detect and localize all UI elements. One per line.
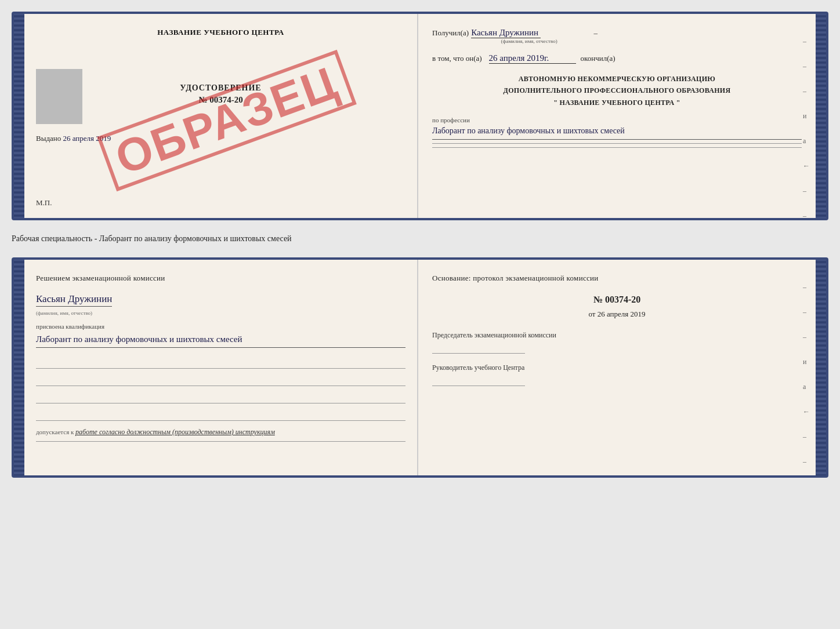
top-cert-left-page: НАЗВАНИЕ УЧЕБНОГО ЦЕНТРА УДОСТОВЕРЕНИЕ №…	[24, 14, 418, 218]
vydano-label: Выдано	[36, 134, 61, 143]
specialty-label: Рабочая специальность - Лаборант по анал…	[12, 231, 828, 247]
predsedatel-label: Председатель экзаменационной комиссии	[432, 330, 802, 340]
vydano-line: Выдано 26 апреля 2019	[36, 134, 405, 143]
profession-block: по профессии Лаборант по анализу формово…	[432, 117, 802, 147]
top-cert-title: НАЗВАНИЕ УЧЕБНОГО ЦЕНТРА	[36, 28, 405, 37]
rukovoditel-sig-line	[432, 386, 525, 386]
profession-text: Лаборант по анализу формовочных и шихтов…	[432, 125, 802, 139]
ot-label: от	[588, 310, 595, 318]
predsedatel-sig-line	[432, 353, 525, 354]
kvalf-text: Лаборант по анализу формовочных и шихтов…	[36, 332, 405, 348]
lower-certificate-book: Решением экзаменационной комиссии Касьян…	[12, 257, 828, 478]
protocol-date-value: 26 апреля 2019	[598, 310, 646, 318]
page-wrapper: НАЗВАНИЕ УЧЕБНОГО ЦЕНТРА УДОСТОВЕРЕНИЕ №…	[12, 12, 828, 478]
mp-label: М.П.	[36, 198, 52, 208]
lower-spine-left	[14, 260, 24, 475]
po-professii-label: по профессии	[432, 117, 802, 123]
prisvoena-label: присвоена квалификация	[36, 323, 405, 330]
osnov-title: Основание: протокол экзаменационной коми…	[432, 274, 802, 283]
completion-date: 26 апреля 2019г.	[489, 53, 576, 64]
spine-right	[816, 14, 826, 218]
org-line3: " НАЗВАНИЕ УЧЕБНОГО ЦЕНТРА "	[432, 97, 802, 108]
okonchil-label: окончил(а)	[581, 54, 615, 63]
lower-left-page: Решением экзаменационной комиссии Касьян…	[24, 260, 418, 475]
predsedatel-block: Председатель экзаменационной комиссии	[432, 330, 802, 354]
blank-line-2	[36, 373, 405, 386]
vtom-line: в том, что он(а) 26 апреля 2019г. окончи…	[432, 53, 802, 64]
dopusk-label-text: допускается к	[36, 428, 74, 435]
resheniem-title: Решением экзаменационной комиссии	[36, 274, 405, 283]
protocol-date: от 26 апреля 2019	[432, 310, 802, 319]
udostoverenie-block: УДОСТОВЕРЕНИЕ № 00374-20	[36, 83, 405, 105]
right-dashes: – – – и а ← – – –	[803, 37, 810, 220]
recipient-name: Касьян Дружинин	[471, 28, 541, 38]
blank-line-3	[36, 391, 405, 403]
org-block: АВТОНОМНУЮ НЕКОММЕРЧЕСКУЮ ОРГАНИЗАЦИЮ ДО…	[432, 73, 802, 108]
top-cert-right-page: Получил(a) Касьян Дружинин (фамилия, имя…	[418, 14, 816, 218]
vtom-label: в том, что он(а)	[432, 54, 482, 63]
lower-right-dashes: – – – и а ← – –	[803, 283, 810, 466]
udost-label: УДОСТОВЕРЕНИЕ	[36, 83, 405, 93]
lower-recipient-name: Касьян Дружинин	[36, 293, 112, 307]
lower-spine-right	[816, 260, 826, 475]
photo-placeholder	[36, 69, 82, 124]
vydano-date: 26 апреля 2019	[63, 134, 111, 143]
rukovoditel-block: Руководитель учебного Центра	[432, 363, 802, 386]
org-line2: ДОПОЛНИТЕЛЬНОГО ПРОФЕССИОНАЛЬНОГО ОБРАЗО…	[432, 85, 802, 96]
protocol-number: № 00374-20	[432, 294, 802, 305]
blank-line-1	[36, 356, 405, 369]
dopusk-text: работе согласно должностным (производств…	[75, 428, 275, 436]
lower-name-subtext: (фамилия, имя, отчество)	[36, 310, 405, 316]
spine-left	[14, 14, 24, 218]
dopusk-block: допускается к работе согласно должностны…	[36, 428, 405, 437]
poluchil-line: Получил(a) Касьян Дружинин (фамилия, имя…	[432, 28, 802, 44]
blank-lines	[36, 356, 405, 421]
udost-number: № 00374-20	[36, 95, 405, 105]
poluchil-label: Получил(a)	[432, 28, 469, 38]
obrazec-text: ОБРАЗЕЦ	[97, 49, 356, 191]
obrazec-stamp: ОБРАЗЕЦ	[42, 40, 411, 201]
rukovoditel-label: Руководитель учебного Центра	[432, 363, 802, 373]
blank-line-4	[36, 408, 405, 421]
lower-right-page: Основание: протокол экзаменационной коми…	[418, 260, 816, 475]
dash-after-name: –	[592, 28, 598, 38]
org-line1: АВТОНОМНУЮ НЕКОММЕРЧЕСКУЮ ОРГАНИЗАЦИЮ	[432, 73, 802, 85]
name-subtext: (фамилия, имя, отчество)	[471, 38, 587, 44]
top-certificate-book: НАЗВАНИЕ УЧЕБНОГО ЦЕНТРА УДОСТОВЕРЕНИЕ №…	[12, 12, 828, 220]
